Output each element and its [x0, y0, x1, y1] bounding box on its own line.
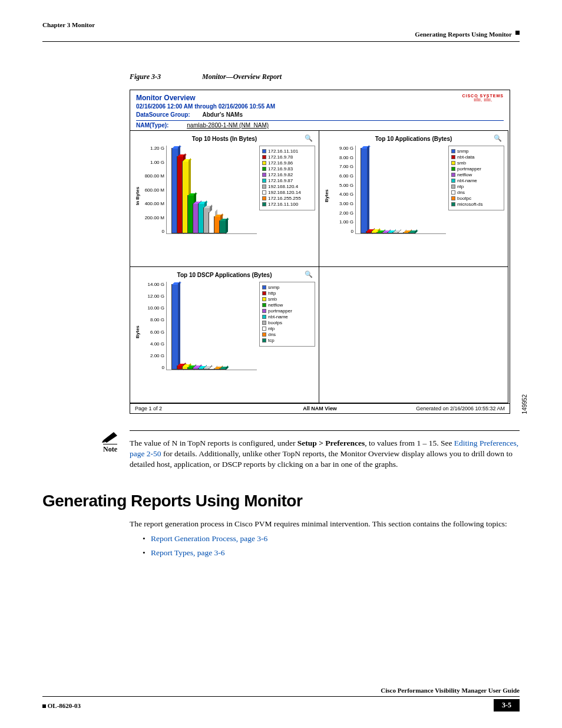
legend-item: 192.168.120.14	[262, 190, 312, 195]
nam-type-link[interactable]: namlab-2800-1-NM (NM_NAM)	[187, 122, 269, 129]
figure-page-info: Page 1 of 2	[130, 404, 256, 413]
pencil-icon	[102, 431, 118, 443]
chart-plot	[355, 146, 446, 234]
chart-bar[interactable]	[219, 220, 226, 233]
legend-item: smb	[451, 160, 501, 166]
bullet-item: •Report Types, page 3-6	[143, 548, 520, 558]
page-header: Chapter 3 Monitor	[42, 21, 520, 28]
legend-item: http	[262, 291, 312, 296]
note-block: Note The value of N in TopN reports is c…	[130, 430, 520, 470]
legend-item: netflow	[451, 172, 501, 177]
figure-id-number: 149952	[521, 394, 528, 414]
legend-item: dns	[262, 332, 312, 337]
zoom-icon[interactable]: 🔍	[305, 271, 313, 278]
section-heading: Generating Reports Using Monitor	[42, 492, 520, 510]
legend-item: 172.16.9.87	[262, 178, 312, 183]
legend-item: snmp	[451, 149, 501, 154]
legend-item: tcp	[262, 338, 312, 343]
chart-legend: snmphttpsmbnetflowportmappernbt-nameboot…	[259, 282, 315, 347]
chart-title: Top 10 DSCP Applications (Bytes)	[134, 272, 315, 278]
legend-item: ntp	[262, 326, 312, 331]
chart-0: Top 10 Hosts (In Bytes)🔍In Bytes1.20 G1.…	[130, 130, 319, 267]
footer-doc-id: OL-8620-03	[48, 702, 81, 709]
monitor-overview-figure: CISCO SYSTEMS ıılıı. ıılıı. Monitor Over…	[130, 90, 510, 414]
note-label: Note	[103, 444, 117, 454]
section-intro: The report generation process in Cisco P…	[130, 519, 520, 529]
overview-daterange: 02/16/2006 12:00 AM through 02/16/2006 1…	[136, 103, 504, 110]
chart-title: Top 10 Applications (Bytes)	[323, 136, 504, 142]
y-axis-ticks: 9.00 G8.00 G7.00 G6.00 G5.00 G4.00 G3.00…	[330, 146, 355, 234]
zoom-icon[interactable]: 🔍	[494, 134, 502, 142]
y-axis-ticks: 1.20 G1.00 G800.00 M600.00 M400.00 M200.…	[141, 146, 166, 234]
legend-item: microsoft-ds	[451, 202, 501, 207]
legend-item: 172.16.11.101	[262, 149, 312, 154]
section-link-1[interactable]: Report Types, page 3-6	[151, 548, 225, 557]
overview-title: Monitor Overview	[136, 94, 504, 102]
y-axis-label: Bytes	[323, 146, 330, 246]
header-marker-icon	[515, 31, 520, 35]
page-header-section: Generating Reports Using Monitor	[42, 31, 520, 38]
legend-item: 172.16.9.86	[262, 160, 312, 166]
legend-item: snmp	[262, 285, 312, 290]
figure-caption: Figure 3-3 Monitor—Overview Report	[130, 73, 520, 81]
page-footer: Cisco Performance Visibility Manager Use…	[42, 687, 520, 711]
legend-item: netflow	[262, 302, 312, 308]
legend-item: nbt-name	[262, 314, 312, 319]
legend-item: dns	[451, 190, 501, 195]
footer-page-number: 3-5	[494, 699, 520, 711]
legend-item: 192.168.120.4	[262, 184, 312, 189]
footer-guide-title: Cisco Performance Visibility Manager Use…	[381, 687, 520, 694]
legend-item: nbt-name	[451, 178, 501, 183]
legend-item: bootps	[262, 320, 312, 325]
legend-item: 172.16.9.82	[262, 172, 312, 177]
legend-item: 172.16.9.78	[262, 154, 312, 160]
y-axis-label: Bytes	[134, 282, 141, 382]
bullet-item: •Report Generation Process, page 3-6	[143, 534, 520, 543]
empty-chart-cell	[319, 266, 508, 403]
chart-legend: 172.16.11.101172.16.9.78172.16.9.86172.1…	[259, 146, 315, 210]
figure-title: Monitor—Overview Report	[202, 73, 282, 81]
datasource-group: DataSource Group: Abdur's NAMs	[136, 111, 504, 118]
note-text: The value of N in TopN reports is config…	[130, 438, 520, 470]
footer-marker-icon	[42, 704, 46, 708]
chart-bar[interactable]	[171, 284, 178, 370]
y-axis-ticks: 14.00 G12.00 G10.00 G8.00 G6.00 G4.00 G2…	[141, 282, 166, 370]
figure-footer: Page 1 of 2 All NAM View Generated on 2/…	[130, 403, 510, 413]
legend-item: smb	[262, 297, 312, 302]
chart-plot	[166, 146, 257, 234]
legend-item: ntp	[451, 184, 501, 189]
chart-plot	[166, 282, 257, 370]
figure-view-label: All NAM View	[256, 404, 385, 413]
chart-bar[interactable]	[361, 148, 368, 233]
legend-item: bootpc	[451, 196, 501, 201]
legend-item: 172.16.255.255	[262, 196, 312, 201]
figure-generated-on: Generated on 2/16/2006 10:55:32 AM	[384, 404, 510, 413]
zoom-icon[interactable]: 🔍	[305, 134, 313, 142]
y-axis-label: In Bytes	[134, 146, 141, 246]
chart-bar[interactable]	[219, 368, 226, 370]
figure-number: Figure 3-3	[130, 73, 200, 81]
legend-item: portmapper	[262, 308, 312, 314]
chart-title: Top 10 Hosts (In Bytes)	[134, 136, 315, 142]
chart-2: Top 10 DSCP Applications (Bytes)🔍Bytes14…	[130, 266, 319, 403]
section-link-0[interactable]: Report Generation Process, page 3-6	[151, 534, 267, 543]
nam-type: NAM(Type): namlab-2800-1-NM (NM_NAM)	[136, 122, 504, 129]
chart-legend: snmpnbt-datasmbportmappernetflownbt-name…	[448, 146, 504, 210]
chart-bar[interactable]	[408, 232, 415, 233]
legend-item: nbt-data	[451, 154, 501, 160]
legend-item: 172.16.9.83	[262, 166, 312, 172]
legend-item: portmapper	[451, 166, 501, 172]
chart-1: Top 10 Applications (Bytes)🔍Bytes9.00 G8…	[319, 130, 508, 267]
cisco-logo: CISCO SYSTEMS ıılıı. ıılıı.	[462, 94, 504, 101]
legend-item: 172.16.11.100	[262, 202, 312, 207]
section-label: Generating Reports Using Monitor	[415, 31, 512, 38]
chapter-label: Chapter 3 Monitor	[42, 21, 95, 28]
